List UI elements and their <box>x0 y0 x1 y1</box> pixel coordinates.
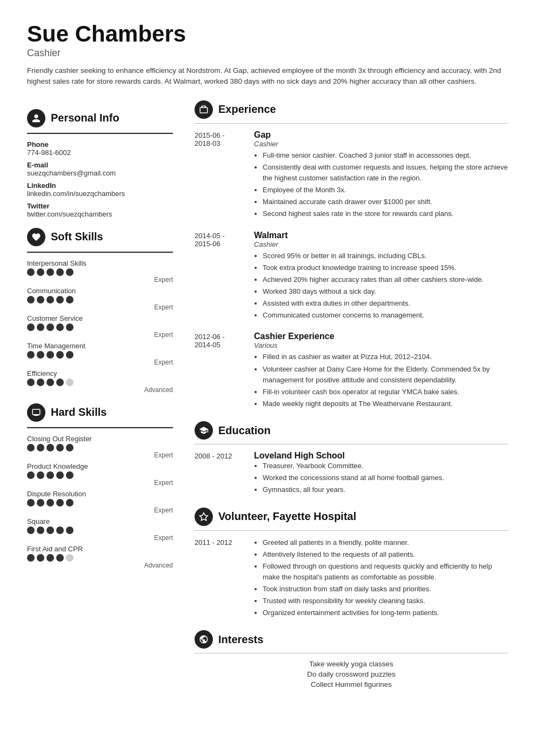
list-item: Collect Hummel figurines <box>195 680 508 688</box>
soft-skills-icon <box>27 228 45 246</box>
volunteer-title: Volunteer, Fayette Hospital <box>218 510 356 523</box>
hard-skills-list: Closing Out RegisterExpertProduct Knowle… <box>27 435 173 569</box>
experience-header: Experience <box>195 100 508 119</box>
table-row: 2008 - 2012Loveland High SchoolTreasurer… <box>195 451 508 496</box>
list-item: Product KnowledgeExpert <box>27 462 173 487</box>
list-item: Interpersonal SkillsExpert <box>27 259 173 284</box>
list-item: CommunicationExpert <box>27 287 173 311</box>
personal-info-divider <box>27 133 173 134</box>
education-list: 2008 - 2012Loveland High SchoolTreasurer… <box>195 451 508 496</box>
table-row: 2012-06 - 2014-05Cashier ExperienceVario… <box>195 332 508 410</box>
list-item: EfficiencyAdvanced <box>27 369 173 394</box>
personal-info-fields: Phone 774-981-6002 E-mail suezqchambers@… <box>27 140 173 218</box>
interests-header: Interests <box>195 630 508 649</box>
interests-divider <box>195 653 508 653</box>
list-item: Customer ServiceExpert <box>27 314 173 339</box>
education-title: Education <box>218 424 271 437</box>
education-divider <box>195 444 508 444</box>
hard-skills-title: Hard Skills <box>51 406 106 418</box>
experience-divider <box>195 123 508 124</box>
table-row: 2011 - 2012Greeted all patients in a fri… <box>195 537 508 620</box>
interests-list: Take weekly yoga classesDo daily crosswo… <box>195 660 508 688</box>
list-item: First Aid and CPRAdvanced <box>27 545 173 569</box>
hard-skills-header: Hard Skills <box>27 403 173 422</box>
list-item: Closing Out RegisterExpert <box>27 435 173 459</box>
interests-icon <box>195 630 213 649</box>
linkedin-value: linkedin.com/in/suezqchambers <box>27 190 173 198</box>
volunteer-divider <box>195 530 508 531</box>
candidate-name: Sue Chambers <box>27 22 508 46</box>
twitter-value: twitter.com/suezqchambers <box>27 210 173 218</box>
twitter-label: Twitter <box>27 202 173 210</box>
email-value: suezqchambers@gmail.com <box>27 169 173 177</box>
hard-skills-icon <box>27 403 45 422</box>
education-icon <box>195 421 213 440</box>
left-column: Personal Info Phone 774-981-6002 E-mail … <box>27 100 173 691</box>
right-column: Experience 2015-06 - 2018-03GapCashierFu… <box>195 100 508 691</box>
list-item: Dispute ResolutionExpert <box>27 490 173 514</box>
phone-value: 774-981-6002 <box>27 148 173 157</box>
list-item: SquareExpert <box>27 517 173 542</box>
volunteer-icon <box>195 508 213 526</box>
hard-skills-divider <box>27 427 173 428</box>
soft-skills-divider <box>27 252 173 253</box>
soft-skills-list: Interpersonal SkillsExpertCommunicationE… <box>27 259 173 394</box>
list-item: Take weekly yoga classes <box>195 660 508 668</box>
table-row: 2014-05 - 2015-06WalmartCashierScored 95… <box>195 231 508 322</box>
list-item: Do daily crossword puzzles <box>195 670 508 678</box>
linkedin-label: LinkedIn <box>27 181 173 190</box>
personal-info-title: Personal Info <box>51 112 119 124</box>
experience-title: Experience <box>218 103 276 116</box>
personal-info-header: Personal Info <box>27 109 173 127</box>
interests-title: Interests <box>218 633 263 646</box>
personal-info-icon <box>27 109 45 127</box>
education-header: Education <box>195 421 508 440</box>
main-content: Personal Info Phone 774-981-6002 E-mail … <box>27 100 508 691</box>
volunteer-list: 2011 - 2012Greeted all patients in a fri… <box>195 537 508 620</box>
candidate-summary: Friendly cashier seeking to enhance effi… <box>27 65 508 87</box>
volunteer-header: Volunteer, Fayette Hospital <box>195 508 508 526</box>
experience-icon <box>195 100 213 119</box>
soft-skills-header: Soft Skills <box>27 228 173 246</box>
phone-label: Phone <box>27 140 173 148</box>
soft-skills-title: Soft Skills <box>51 231 103 243</box>
experience-list: 2015-06 - 2018-03GapCashierFull-time sen… <box>195 130 508 410</box>
header: Sue Chambers Cashier Friendly cashier se… <box>27 22 508 87</box>
email-label: E-mail <box>27 161 173 169</box>
candidate-title: Cashier <box>27 48 508 59</box>
table-row: 2015-06 - 2018-03GapCashierFull-time sen… <box>195 130 508 221</box>
list-item: Time ManagementExpert <box>27 342 173 366</box>
